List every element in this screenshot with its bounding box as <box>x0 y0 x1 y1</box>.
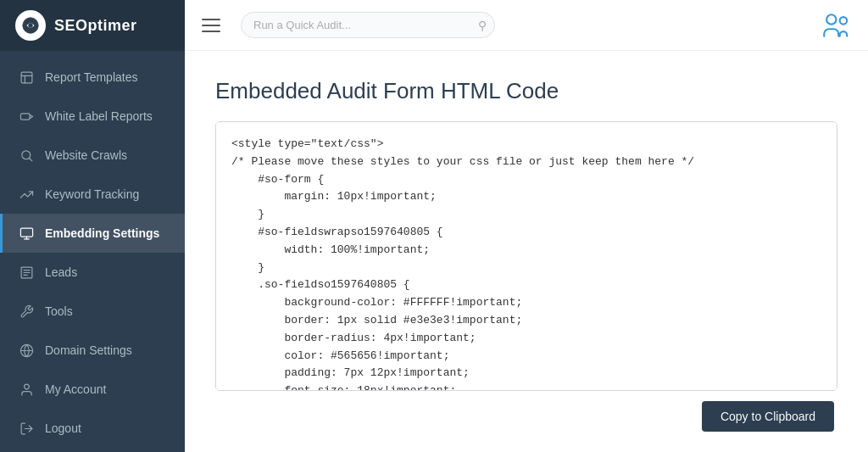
svg-rect-2 <box>21 72 32 83</box>
svg-rect-5 <box>20 113 30 119</box>
sidebar-item-label: Report Templates <box>45 70 137 84</box>
logo: SEOptimer <box>0 0 185 51</box>
sidebar-item-label: Leads <box>45 265 77 279</box>
leads-icon <box>18 264 35 281</box>
logo-icon <box>15 10 46 41</box>
search-input[interactable] <box>241 12 495 38</box>
svg-rect-8 <box>20 228 32 237</box>
sidebar-item-logout[interactable]: Logout <box>0 409 185 448</box>
page-body: Embedded Audit Form HTML Code <style typ… <box>185 51 868 452</box>
svg-point-14 <box>24 384 29 389</box>
globe-icon <box>18 342 35 359</box>
svg-point-1 <box>28 23 33 28</box>
page-title: Embedded Audit Form HTML Code <box>215 78 837 104</box>
sidebar-item-domain-settings[interactable]: Domain Settings <box>0 331 185 370</box>
account-icon <box>18 381 35 398</box>
sidebar-item-label: Tools <box>45 304 73 318</box>
sidebar: SEOptimer Report Templates White Label R… <box>0 0 185 452</box>
sidebar-item-label: Website Crawls <box>45 148 127 162</box>
code-container: <style type="text/css"> /* Please move t… <box>215 121 837 391</box>
hamburger-menu[interactable] <box>202 12 229 39</box>
sidebar-item-label: Logout <box>45 421 81 435</box>
sidebar-item-website-crawls[interactable]: Website Crawls <box>0 136 185 175</box>
topbar-right <box>819 9 851 42</box>
user-avatar[interactable] <box>819 9 851 42</box>
copy-clipboard-button[interactable]: Copy to Clipboard <box>702 401 834 432</box>
sidebar-item-label: White Label Reports <box>45 109 153 123</box>
main-content: ⚲ Embedded Audit Form HTML Code <style t… <box>185 0 868 452</box>
logout-icon <box>18 420 35 437</box>
template-icon <box>18 69 35 86</box>
sidebar-item-label: Domain Settings <box>45 343 132 357</box>
sidebar-nav: Report Templates White Label Reports Web… <box>0 51 185 452</box>
tools-icon <box>18 303 35 320</box>
embed-icon <box>18 225 35 242</box>
search-icon: ⚲ <box>478 19 487 32</box>
search-bar: ⚲ <box>241 12 495 38</box>
svg-point-16 <box>826 14 836 24</box>
sidebar-item-report-templates[interactable]: Report Templates <box>0 58 185 97</box>
sidebar-item-white-label-reports[interactable]: White Label Reports <box>0 97 185 136</box>
sidebar-item-my-account[interactable]: My Account <box>0 370 185 409</box>
sidebar-item-embedding-settings[interactable]: Embedding Settings <box>0 214 185 253</box>
label-icon <box>18 108 35 125</box>
sidebar-item-label: Embedding Settings <box>45 226 159 240</box>
sidebar-item-label: My Account <box>45 382 106 396</box>
svg-line-7 <box>29 158 31 160</box>
sidebar-item-tools[interactable]: Tools <box>0 292 185 331</box>
svg-point-17 <box>840 17 848 24</box>
sidebar-item-leads[interactable]: Leads <box>0 253 185 292</box>
sidebar-item-keyword-tracking[interactable]: Keyword Tracking <box>0 175 185 214</box>
app-name: SEOptimer <box>54 17 137 35</box>
code-display[interactable]: <style type="text/css"> /* Please move t… <box>216 122 837 390</box>
copy-btn-row: Copy to Clipboard <box>215 391 837 432</box>
trending-icon <box>18 186 35 203</box>
topbar: ⚲ <box>185 0 868 51</box>
svg-point-6 <box>21 150 30 159</box>
sidebar-item-label: Keyword Tracking <box>45 187 139 201</box>
search-icon <box>18 147 35 164</box>
